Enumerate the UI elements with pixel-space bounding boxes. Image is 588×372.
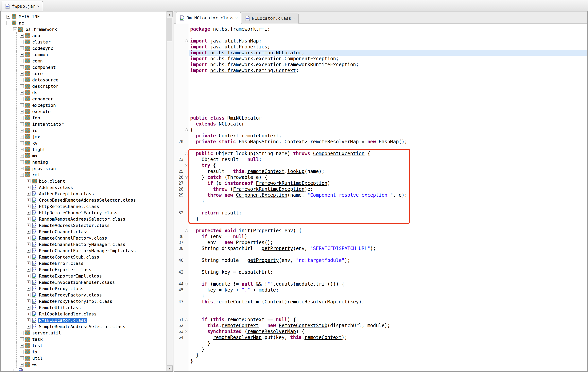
- expand-toggle-icon[interactable]: +: [20, 46, 24, 50]
- tree-item[interactable]: −rmi: [7, 172, 167, 178]
- expand-toggle-icon[interactable]: +: [27, 217, 31, 221]
- tree-item[interactable]: +010RemoteExporter.class: [7, 267, 167, 273]
- expand-toggle-icon[interactable]: +: [27, 280, 31, 284]
- tree-item[interactable]: +kv: [7, 140, 167, 146]
- tree-item[interactable]: +010RemoteExporterImpl.class: [7, 273, 167, 279]
- expand-toggle-icon[interactable]: +: [27, 274, 31, 278]
- editor-tab[interactable]: 010NCLocator.class✕: [242, 13, 299, 23]
- expand-toggle-icon[interactable]: +: [27, 230, 31, 234]
- expand-toggle-icon[interactable]: +: [20, 78, 24, 82]
- tree-item[interactable]: +010SimpleRemoteAddressSelector.class: [7, 323, 167, 330]
- expand-toggle-icon[interactable]: +: [27, 300, 31, 303]
- expand-toggle-icon[interactable]: +: [20, 135, 24, 139]
- tree-item[interactable]: +010RemoteContextStub.class: [7, 254, 167, 260]
- fold-collapse-icon[interactable]: [185, 128, 188, 131]
- expand-toggle-icon[interactable]: +: [27, 255, 31, 259]
- tree-item[interactable]: +010GroupBasedRemoteAddressSelector.clas…: [7, 197, 167, 203]
- expand-toggle-icon[interactable]: +: [27, 211, 31, 215]
- tree-item[interactable]: +010RandomRemoteAddressSelector.class: [7, 216, 167, 222]
- tree-item[interactable]: +010RemoteChannelFactoryManagerImpl.clas…: [7, 248, 167, 254]
- tree-item[interactable]: +enhancer: [7, 96, 167, 102]
- expand-toggle-icon[interactable]: +: [20, 148, 24, 151]
- expand-toggle-icon[interactable]: +: [27, 179, 31, 183]
- expand-toggle-icon[interactable]: +: [20, 344, 24, 348]
- tree-item[interactable]: +010RemoteChannelFactory.class: [7, 235, 167, 241]
- tree-item[interactable]: +010RemoteProxyFactoryImpl.class: [7, 298, 167, 304]
- expand-toggle-icon[interactable]: +: [20, 167, 24, 170]
- expand-toggle-icon[interactable]: +: [20, 110, 24, 114]
- expand-toggle-icon[interactable]: +: [27, 192, 31, 196]
- expand-toggle-icon[interactable]: +: [27, 306, 31, 310]
- tree-item[interactable]: +010RemoteError.class: [7, 260, 167, 267]
- tree-item[interactable]: +execute: [7, 108, 167, 115]
- fold-collapse-icon[interactable]: [185, 229, 188, 232]
- expand-toggle-icon[interactable]: +: [20, 129, 24, 133]
- expand-toggle-icon[interactable]: +: [20, 72, 24, 75]
- tree-item[interactable]: +bio.client: [7, 178, 167, 184]
- expand-toggle-icon[interactable]: +: [27, 224, 31, 227]
- expand-toggle-icon[interactable]: +: [20, 363, 24, 366]
- tree-item[interactable]: +META-INF: [7, 13, 167, 20]
- expand-toggle-icon[interactable]: +: [27, 312, 31, 316]
- expand-toggle-icon[interactable]: +: [20, 141, 24, 145]
- collapse-toggle-icon[interactable]: −: [13, 28, 17, 31]
- expand-toggle-icon[interactable]: +: [27, 249, 31, 253]
- expand-toggle-icon[interactable]: +: [20, 53, 24, 57]
- tree-item[interactable]: −bs.framework: [7, 26, 167, 32]
- tree-item[interactable]: +tx: [7, 349, 167, 355]
- collapse-toggle-icon[interactable]: −: [7, 21, 10, 25]
- expand-toggle-icon[interactable]: +: [20, 160, 24, 164]
- tree-item[interactable]: +light: [7, 146, 167, 153]
- fold-collapse-icon[interactable]: [185, 164, 188, 167]
- tree-item[interactable]: +fdb: [7, 115, 167, 121]
- expand-toggle-icon[interactable]: +: [27, 243, 31, 246]
- expand-toggle-icon[interactable]: +: [27, 268, 31, 272]
- expand-toggle-icon[interactable]: +: [20, 84, 24, 88]
- expand-toggle-icon[interactable]: +: [27, 287, 31, 290]
- tree-item[interactable]: +010RemoteChannel.class: [7, 228, 167, 235]
- expand-toggle-icon[interactable]: +: [20, 97, 24, 101]
- tree-item[interactable]: +010RmiCookieHandler.class: [7, 311, 167, 317]
- expand-toggle-icon[interactable]: +: [20, 65, 24, 69]
- scrollbar-thumb[interactable]: [167, 18, 172, 41]
- tree-item[interactable]: +010RmiNCLocator.class: [7, 317, 167, 323]
- tree-item[interactable]: +util: [7, 355, 167, 361]
- tree-item[interactable]: +010RemoteChannelFactoryManager.class: [7, 241, 167, 248]
- tree-item[interactable]: +test: [7, 342, 167, 349]
- tree-item[interactable]: +010HttpRemoteChannelFactory.class: [7, 209, 167, 216]
- package-tree[interactable]: +META-INF−nc−bs.framework+aop+cluster+co…: [0, 11, 167, 372]
- expand-toggle-icon[interactable]: +: [27, 205, 31, 208]
- tree-item[interactable]: +instantiator: [7, 121, 167, 127]
- tree-item[interactable]: +naming: [7, 159, 167, 165]
- code-editor[interactable]: 2023252627282932363738404244454751525354…: [174, 23, 588, 372]
- scroll-down-icon[interactable]: ▼: [167, 365, 173, 372]
- expand-toggle-icon[interactable]: +: [20, 59, 24, 63]
- tree-item[interactable]: +component: [7, 64, 167, 70]
- fold-collapse-icon[interactable]: [185, 318, 188, 321]
- expand-toggle-icon[interactable]: +: [20, 34, 24, 38]
- tree-item[interactable]: +codesync: [7, 45, 167, 52]
- tree-item[interactable]: +010: [7, 368, 167, 372]
- tree-item[interactable]: +ws: [7, 361, 167, 368]
- tree-item[interactable]: +mx: [7, 153, 167, 159]
- jar-tab[interactable]: 010 fwpub.jar ✕: [1, 1, 43, 11]
- tree-item[interactable]: +cluster: [7, 39, 167, 45]
- fold-collapse-icon[interactable]: [185, 40, 188, 42]
- tree-item[interactable]: −nc: [7, 20, 167, 26]
- expand-toggle-icon[interactable]: +: [20, 356, 24, 360]
- expand-toggle-icon[interactable]: +: [20, 91, 24, 94]
- expand-toggle-icon[interactable]: +: [20, 116, 24, 120]
- fold-collapse-icon[interactable]: [185, 176, 188, 179]
- expand-toggle-icon[interactable]: +: [27, 186, 31, 189]
- tree-item[interactable]: +ds: [7, 89, 167, 96]
- code-area[interactable]: package nc.bs.framework.rmi;import java.…: [189, 23, 588, 372]
- expand-toggle-icon[interactable]: +: [7, 15, 10, 19]
- tree-item[interactable]: +010Address.class: [7, 184, 167, 191]
- expand-toggle-icon[interactable]: +: [27, 293, 31, 297]
- tree-item[interactable]: +010RemoteInvocationHandler.class: [7, 279, 167, 285]
- fold-collapse-icon[interactable]: [185, 283, 188, 285]
- tree-item[interactable]: +010AuthenException.class: [7, 191, 167, 197]
- tree-item[interactable]: +010HttpRemoteChannel.class: [7, 203, 167, 209]
- tree-item[interactable]: +io: [7, 127, 167, 134]
- tree-item[interactable]: +server.util: [7, 330, 167, 336]
